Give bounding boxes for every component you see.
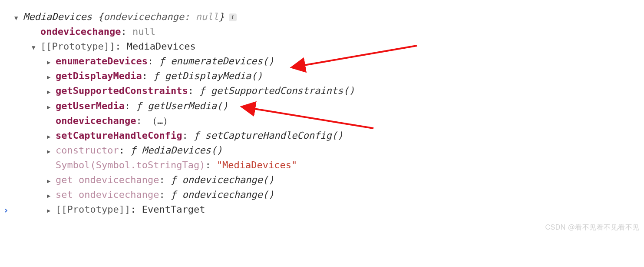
prototype-value: MediaDevices xyxy=(127,39,196,54)
prototype-entry-row[interactable]: ▶getUserMedia: ƒ getUserMedia() xyxy=(4,99,640,113)
disclosure-triangle-right-icon[interactable]: ▶ xyxy=(47,191,56,201)
prototype-entry-row[interactable]: ▶ondevicechange: （…） xyxy=(4,113,640,128)
info-icon[interactable]: i xyxy=(229,13,237,21)
property-key: Symbol(Symbol.toStringTag) xyxy=(56,158,205,173)
devtools-console-output: ▼ MediaDevices { ondevicechange : null }… xyxy=(0,0,644,234)
property-key: getDisplayMedia xyxy=(56,69,142,83)
prototype-entry-row[interactable]: ▶setCaptureHandleConfig: ƒ setCaptureHan… xyxy=(4,128,640,143)
prototype-entry-row[interactable]: ▶getSupportedConstraints: ƒ getSupported… xyxy=(4,83,640,98)
disclosure-triangle-right-icon[interactable]: ▶ xyxy=(47,177,56,186)
disclosure-triangle-down-icon[interactable]: ▼ xyxy=(14,13,23,23)
property-key: enumerateDevices xyxy=(56,54,148,69)
function-f-icon: ƒ xyxy=(171,173,182,187)
disclosure-triangle-right-icon[interactable]: ▶ xyxy=(47,58,56,67)
prototype-entry-row[interactable]: ▶getDisplayMedia: ƒ getDisplayMedia() xyxy=(4,69,640,83)
prototype-entry-row[interactable]: ▶constructor: ƒ MediaDevices() xyxy=(4,143,640,158)
disclosure-triangle-right-icon[interactable]: ▶ xyxy=(47,103,56,112)
function-f-icon: ƒ xyxy=(130,143,142,158)
property-key: setCaptureHandleConfig xyxy=(56,128,182,143)
prototype-entry-row[interactable]: ▶[[Prototype]]: EventTarget xyxy=(4,202,640,217)
disclosure-triangle-down-icon[interactable]: ▼ xyxy=(32,43,40,53)
function-name: getDisplayMedia() xyxy=(165,69,263,83)
function-f-icon: ƒ xyxy=(159,54,171,69)
prototype-entry-row[interactable]: ▶Symbol(Symbol.toStringTag): "MediaDevic… xyxy=(4,158,640,173)
disclosure-triangle-right-icon[interactable]: ▶ xyxy=(47,87,56,97)
property-key: ondevicechange xyxy=(40,24,121,39)
function-name: ondevicechange() xyxy=(182,187,274,202)
disclosure-triangle-right-icon[interactable]: ▶ xyxy=(47,147,56,157)
prototype-row[interactable]: ▼ [[Prototype]] : MediaDevices xyxy=(4,39,640,54)
property-key: set ondevicechange xyxy=(56,187,159,202)
object-summary-row[interactable]: ▼ MediaDevices { ondevicechange : null }… xyxy=(4,10,640,24)
function-f-icon: ƒ xyxy=(199,83,211,98)
function-name: MediaDevices() xyxy=(142,143,222,158)
disclosure-triangle-right-icon[interactable]: ▶ xyxy=(47,206,56,216)
function-name: getUserMedia() xyxy=(148,99,228,113)
function-name: getSupportedConstraints() xyxy=(211,83,355,98)
function-name: ondevicechange() xyxy=(182,173,274,187)
prototype-entry-row[interactable]: ▶enumerateDevices: ƒ enumerateDevices() xyxy=(4,54,640,69)
prototype-entries: ▶enumerateDevices: ƒ enumerateDevices()▶… xyxy=(4,54,640,217)
function-name: enumerateDevices() xyxy=(171,54,274,69)
property-value: （…） xyxy=(148,113,172,128)
function-f-icon: ƒ xyxy=(171,187,182,202)
property-value: EventTarget xyxy=(142,202,205,217)
property-key: constructor xyxy=(56,143,119,158)
watermark: CSDN @看不见看不见看不见 xyxy=(545,224,640,231)
property-value: null xyxy=(132,24,155,39)
prototype-entry-row[interactable]: ▶get ondevicechange: ƒ ondevicechange() xyxy=(4,173,640,187)
console-prompt-icon[interactable]: › xyxy=(3,204,9,217)
own-property-row[interactable]: ▶ ondevicechange : null xyxy=(4,24,640,39)
property-key: [[Prototype]] xyxy=(56,202,130,217)
property-value: "MediaDevices" xyxy=(217,158,297,173)
function-name: setCaptureHandleConfig() xyxy=(205,128,343,143)
function-f-icon: ƒ xyxy=(153,69,165,83)
property-key: ondevicechange xyxy=(56,113,136,128)
function-f-icon: ƒ xyxy=(136,99,148,113)
property-key: getSupportedConstraints xyxy=(56,83,188,98)
preview-value: null xyxy=(195,10,218,24)
object-class-name: MediaDevices xyxy=(23,10,92,24)
disclosure-triangle-right-icon[interactable]: ▶ xyxy=(47,73,56,82)
property-key: get ondevicechange xyxy=(56,173,159,187)
preview-key: ondevicechange xyxy=(103,10,184,24)
internal-slot-key: [[Prototype]] xyxy=(40,39,115,54)
function-f-icon: ƒ xyxy=(194,128,205,143)
property-key: getUserMedia xyxy=(56,99,125,113)
prototype-entry-row[interactable]: ▶set ondevicechange: ƒ ondevicechange() xyxy=(4,187,640,202)
disclosure-triangle-right-icon[interactable]: ▶ xyxy=(47,132,56,142)
